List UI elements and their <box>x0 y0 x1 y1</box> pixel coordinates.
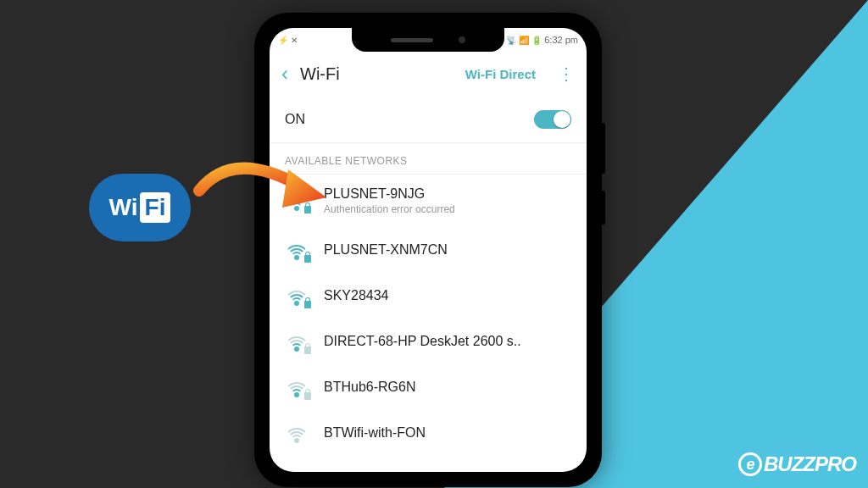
watermark-text: BUZZPRO <box>764 452 856 476</box>
network-subtitle: Authentication error occurred <box>324 203 571 215</box>
wifi-toggle[interactable] <box>534 110 571 129</box>
back-button[interactable]: ‹ <box>281 62 288 86</box>
watermark-e-icon: e <box>738 452 762 476</box>
network-name: DIRECT-68-HP DeskJet 2600 s.. <box>324 334 571 349</box>
wifi-toggle-row: ON <box>270 96 587 143</box>
lock-icon <box>304 347 311 354</box>
wifi-logo-fi: Fi <box>140 192 171 223</box>
speaker-icon <box>391 38 433 42</box>
wifi-direct-button[interactable]: Wi-Fi Direct <box>465 67 536 81</box>
network-item-plusnet-xnm7cn[interactable]: PLUSNET-XNM7CN <box>270 227 587 273</box>
phone-side-button-2 <box>602 191 605 225</box>
wifi-toggle-label: ON <box>285 112 305 127</box>
signal-icon: 📶 <box>519 36 529 45</box>
toggle-thumb-icon <box>554 111 570 128</box>
network-item-btwifi-with-fon[interactable]: BTWifi-with-FON <box>270 410 587 456</box>
network-name: BTWifi-with-FON <box>324 425 571 441</box>
lock-icon <box>304 301 311 308</box>
phone-side-button <box>602 123 605 174</box>
lock-icon <box>304 255 311 263</box>
page-title: Wi-Fi <box>300 64 453 84</box>
network-name: PLUSNET-9NJG <box>324 186 571 202</box>
status-icon-left: ⚡ <box>278 36 288 45</box>
status-time: 6:32 pm <box>544 35 578 45</box>
lock-icon <box>304 392 311 400</box>
phone-frame: ⚡ ✕ 📡 📶 🔋 6:32 pm ‹ Wi-Fi Wi-Fi Direct ⋮… <box>254 13 602 487</box>
network-name: BTHub6-RG6N <box>324 380 571 395</box>
network-item-sky28434[interactable]: SKY28434 <box>270 273 587 319</box>
network-name: PLUSNET-XNM7CN <box>324 242 571 258</box>
network-name: SKY28434 <box>324 288 571 303</box>
wifi-status-icon: 📡 <box>506 36 516 45</box>
menu-button[interactable]: ⋮ <box>558 64 575 84</box>
watermark-logo: e BUZZPRO <box>738 452 856 476</box>
camera-icon <box>459 36 465 43</box>
pointer-arrow <box>191 140 343 225</box>
wifi-signal-icon <box>285 330 309 353</box>
wifi-signal-icon <box>285 421 309 445</box>
wifi-signal-icon <box>285 375 309 399</box>
wifi-logo-badge: WiFi <box>85 169 195 246</box>
phone-screen: ⚡ ✕ 📡 📶 🔋 6:32 pm ‹ Wi-Fi Wi-Fi Direct ⋮… <box>270 28 587 472</box>
wifi-signal-icon <box>285 284 309 308</box>
status-icon-left: ✕ <box>291 36 298 45</box>
wifi-logo-wi: Wi <box>109 194 138 221</box>
phone-notch <box>352 28 504 52</box>
battery-icon: 🔋 <box>531 36 542 45</box>
nav-bar: ‹ Wi-Fi Wi-Fi Direct ⋮ <box>270 52 587 96</box>
network-item-direct-68-hp[interactable]: DIRECT-68-HP DeskJet 2600 s.. <box>270 319 587 364</box>
wifi-signal-icon <box>285 238 309 262</box>
network-item-bthub6-rg6n[interactable]: BTHub6-RG6N <box>270 364 587 410</box>
